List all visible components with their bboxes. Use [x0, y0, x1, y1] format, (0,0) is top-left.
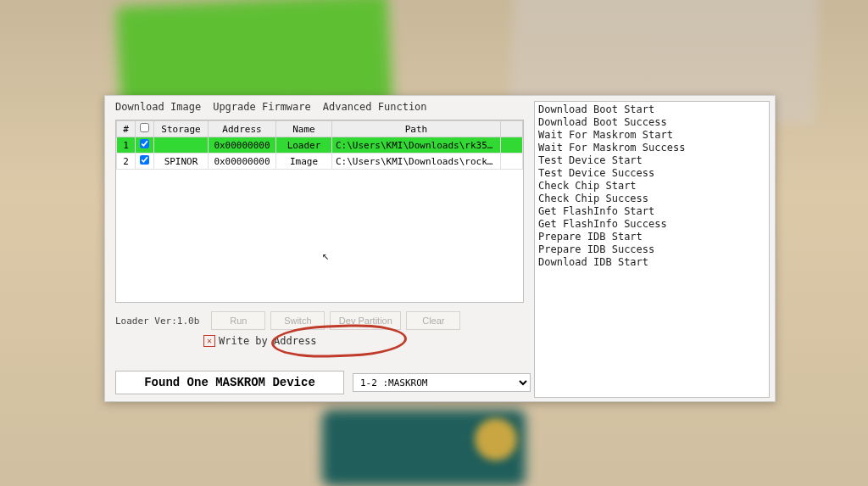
log-line: Download IDB Start: [538, 256, 765, 269]
mouse-cursor-icon: ↖: [322, 249, 329, 262]
tab-bar: Download Image Upgrade Firmware Advanced…: [110, 98, 529, 118]
col-num[interactable]: #: [117, 121, 136, 137]
write-by-address-label: Write by Address: [219, 335, 317, 347]
cell-name[interactable]: Image: [276, 154, 332, 170]
col-extra: [501, 121, 523, 137]
clear-button[interactable]: Clear: [406, 311, 460, 330]
cell-address[interactable]: 0x00000000: [209, 154, 276, 170]
cell-storage[interactable]: [154, 137, 209, 154]
row-checkbox[interactable]: [140, 155, 149, 165]
table-row[interactable]: 1 0x00000000 Loader C:\Users\KMI\Downloa…: [117, 137, 523, 154]
status-bar: Found One MASKROM Device 1-2 :MASKROM: [115, 371, 531, 394]
write-by-address-checkbox-row[interactable]: ✕ Write by Address: [203, 335, 529, 347]
cell-path[interactable]: C:\Users\KMI\Downloads\rk3588_s...: [332, 137, 501, 154]
tab-upgrade-firmware[interactable]: Upgrade Firmware: [213, 101, 311, 113]
tab-download-image[interactable]: Download Image: [115, 101, 201, 113]
log-line: Check Chip Start: [538, 180, 765, 193]
run-button[interactable]: Run: [211, 311, 265, 330]
switch-button[interactable]: Switch: [270, 311, 325, 330]
log-line: Test Device Start: [538, 154, 765, 167]
cell-num: 2: [117, 154, 136, 170]
tab-advanced-function[interactable]: Advanced Function: [323, 101, 427, 113]
col-path[interactable]: Path: [332, 121, 501, 137]
write-by-address-checkbox[interactable]: ✕: [203, 335, 215, 347]
cell-path[interactable]: C:\Users\KMI\Downloads\rock-5b-...: [332, 154, 501, 170]
log-line: Get FlashInfo Start: [538, 205, 765, 218]
log-line: Download Boot Start: [538, 103, 765, 116]
cell-checkbox[interactable]: [136, 137, 154, 154]
dev-partition-button[interactable]: Dev Partition: [330, 311, 401, 330]
log-line: Prepare IDB Start: [538, 231, 765, 243]
cell-address[interactable]: 0x00000000: [209, 137, 276, 154]
device-select-dropdown[interactable]: 1-2 :MASKROM: [353, 373, 531, 392]
cell-browse[interactable]: [501, 137, 523, 154]
log-line: Get FlashInfo Success: [538, 218, 765, 231]
col-checkbox[interactable]: [136, 121, 154, 137]
col-name[interactable]: Name: [276, 121, 332, 137]
log-line: Test Device Success: [538, 167, 765, 180]
log-line: Wait For Maskrom Start: [538, 129, 765, 142]
col-storage[interactable]: Storage: [154, 121, 209, 137]
log-line: Check Chip Success: [538, 193, 765, 205]
cell-name[interactable]: Loader: [276, 137, 332, 154]
log-line: Download Boot Success: [538, 116, 765, 129]
row-checkbox[interactable]: [140, 139, 149, 148]
cell-browse[interactable]: [501, 154, 523, 170]
log-output-pane[interactable]: Download Boot Start Download Boot Succes…: [534, 101, 770, 398]
col-address[interactable]: Address: [209, 121, 276, 137]
header-checkbox[interactable]: [140, 123, 149, 132]
cell-num: 1: [117, 137, 136, 154]
cell-checkbox[interactable]: [136, 154, 154, 170]
cell-storage[interactable]: SPINOR: [154, 154, 209, 170]
partition-table[interactable]: # Storage Address Name Path 1 0x0000: [115, 120, 524, 303]
table-row[interactable]: 2 SPINOR 0x00000000 Image C:\Users\KMI\D…: [117, 154, 523, 170]
action-button-row: Loader Ver:1.0b Run Switch Dev Partition…: [115, 311, 524, 330]
loader-version-label: Loader Ver:1.0b: [115, 316, 199, 327]
flashing-tool-window: Download Image Upgrade Firmware Advanced…: [104, 95, 776, 402]
log-line: Prepare IDB Success: [538, 243, 765, 256]
device-status-text: Found One MASKROM Device: [115, 371, 344, 394]
log-line: Wait For Maskrom Success: [538, 142, 765, 154]
left-pane: Download Image Upgrade Firmware Advanced…: [110, 98, 529, 399]
